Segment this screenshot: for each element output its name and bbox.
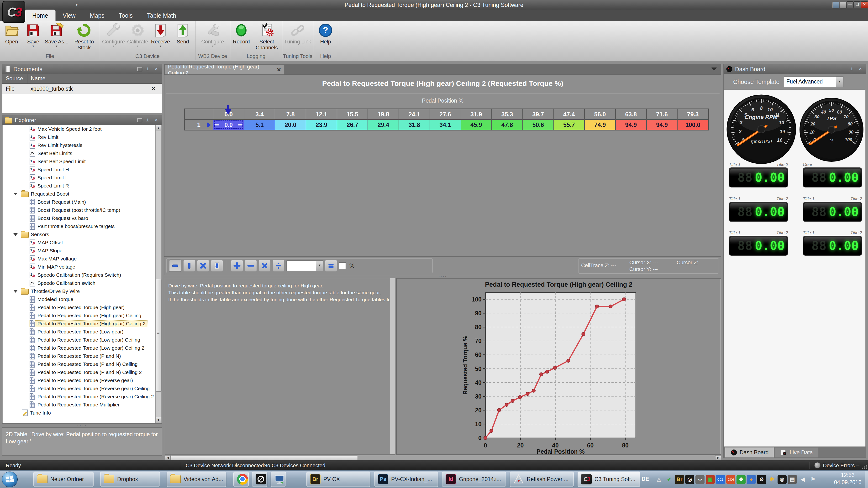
- receive-button[interactable]: Receive▾: [151, 23, 170, 47]
- table-cell[interactable]: 94.9: [616, 120, 647, 130]
- tree-item[interactable]: 1.0MAP Slope: [3, 247, 157, 255]
- document-row[interactable]: File xp1000_turbo.stk ✕: [2, 84, 162, 94]
- tray-creative-cloud-icon[interactable]: ∞: [695, 475, 705, 484]
- tree-item[interactable]: 1.0Max Vehicle Speed for 2 foot: [3, 125, 157, 133]
- table-cell[interactable]: 26.7: [337, 120, 368, 130]
- scroll-down-icon[interactable]: ▼: [156, 417, 161, 423]
- remove-document-icon[interactable]: ✕: [151, 85, 162, 93]
- tab-list-dropdown-icon[interactable]: [711, 67, 717, 71]
- tree-item[interactable]: Pedal to Requested Torque (Low gear) Cei…: [3, 344, 157, 352]
- tray-network-icon[interactable]: ▤: [788, 475, 797, 484]
- table-cell[interactable]: 29.4: [368, 120, 399, 130]
- tray-updates-icon[interactable]: ❖: [737, 475, 746, 484]
- table-cell[interactable]: 55.7: [554, 120, 585, 130]
- tree-item[interactable]: 1.0Speed Limit L: [3, 174, 157, 182]
- tree-item[interactable]: Pedal to Requested Torque (Reverse gear): [3, 377, 157, 385]
- tree-item[interactable]: Pedal to Requested Torque (High gear) Ce…: [3, 320, 157, 328]
- table-cell[interactable]: 45.9: [461, 120, 492, 130]
- tree-item[interactable]: Pedal to Requested Torque (Reverse gear)…: [3, 385, 157, 393]
- pin-panel-icon[interactable]: ⊥: [849, 66, 855, 72]
- tree-item[interactable]: Pedal to Requested Torque (High gear) Ce…: [3, 312, 157, 320]
- titlebar-shortcut-icon[interactable]: [832, 2, 839, 8]
- subtract-button[interactable]: [245, 260, 257, 272]
- tree-item[interactable]: 1.0Seat Belt Speed Limit: [3, 157, 157, 165]
- value-combobox[interactable]: ▼: [286, 260, 323, 271]
- close-button[interactable]: ✕: [861, 1, 868, 8]
- row-header-cell[interactable]: 1: [184, 120, 213, 130]
- chevron-down-icon[interactable]: [13, 193, 18, 195]
- show-desktop-button[interactable]: [865, 470, 868, 488]
- taskbar-neuer-ordner[interactable]: Neuer Ordner: [33, 471, 94, 487]
- tray-usb-safe-icon[interactable]: ✔: [665, 475, 674, 484]
- chevron-down-icon[interactable]: ▼: [836, 76, 843, 87]
- tree-item[interactable]: Requested Boost: [3, 190, 157, 198]
- tree-item[interactable]: Pedal to Requested Torque Multiplier: [3, 401, 157, 409]
- save-button[interactable]: Save▾: [23, 23, 43, 47]
- document-tab[interactable]: Pedal to Requested Torque (High gear) Ce…: [165, 65, 284, 75]
- menu-tab-home[interactable]: Home: [25, 9, 56, 21]
- row-mode-button[interactable]: [169, 260, 181, 272]
- float-panel-icon[interactable]: [137, 118, 142, 122]
- table-cell[interactable]: 74.9: [585, 120, 616, 130]
- titlebar-shortcut-icon[interactable]: [840, 2, 846, 8]
- scroll-up-icon[interactable]: ▲: [156, 125, 161, 131]
- tray-bridge-icon[interactable]: Br: [675, 475, 684, 484]
- column-header-cell[interactable]: 15.5: [337, 109, 368, 120]
- tree-item[interactable]: 1.0Speed Limit R: [3, 182, 157, 190]
- menu-tab-tools[interactable]: Tools: [112, 10, 140, 21]
- tray-cc3-icon[interactable]: CC3: [716, 475, 725, 484]
- help-button[interactable]: ?Help: [315, 23, 336, 44]
- pin-panel-icon[interactable]: ⊥: [145, 117, 151, 123]
- dashboard-tab-live-data[interactable]: Live Data: [775, 447, 818, 457]
- divide-button[interactable]: [273, 260, 284, 272]
- tree-item[interactable]: Pedal to Requested Torque (Low gear) Cei…: [3, 336, 157, 344]
- tree-item[interactable]: Pedal to Requested Torque (P and N): [3, 352, 157, 360]
- tree-item[interactable]: Pedal to Requested Torque (P and N) Ceil…: [3, 360, 157, 368]
- taskbar-remote-pc[interactable]: [271, 471, 286, 487]
- tree-item[interactable]: 1.0Max MAP voltage: [3, 255, 157, 263]
- panel-splitter[interactable]: ····: [164, 275, 721, 278]
- taskbar-media-app[interactable]: [252, 471, 267, 487]
- tree-item[interactable]: Speedo Calibration switch: [3, 279, 157, 287]
- scroll-right-icon[interactable]: ▶: [715, 455, 721, 460]
- table-cell[interactable]: 23.9: [306, 120, 337, 130]
- taskbar-chrome[interactable]: [234, 471, 249, 487]
- tray-alarm-icon[interactable]: ◉: [778, 475, 786, 484]
- table-cell[interactable]: 100.0: [677, 120, 708, 130]
- minimize-button[interactable]: —: [846, 1, 854, 8]
- menu-tab-view[interactable]: View: [56, 10, 83, 21]
- reset-to-stock-button[interactable]: Reset to Stock: [70, 23, 98, 51]
- close-panel-icon[interactable]: ✕: [153, 117, 159, 123]
- taskbar-indesign[interactable]: IdGripone_2014.i...: [442, 471, 506, 487]
- tray-player-icon[interactable]: ◎: [685, 475, 694, 484]
- tree-item[interactable]: 1.0Rev Limit hysteresis: [3, 141, 157, 149]
- panel-splitter[interactable]: ····: [2, 424, 162, 427]
- explorer-scrollbar[interactable]: ▲ ▼: [155, 125, 161, 423]
- record-button[interactable]: Record: [231, 23, 251, 44]
- dashboard-tab-dash-board[interactable]: Dash Board: [725, 447, 774, 457]
- tree-item[interactable]: Boost Request (Main): [3, 198, 157, 206]
- tray-bee-icon[interactable]: ✱: [767, 475, 776, 484]
- tray-java-icon[interactable]: ●: [747, 475, 756, 484]
- select-channels-button[interactable]: Select Channels: [253, 23, 281, 51]
- column-header-cell[interactable]: 3.4: [244, 109, 275, 120]
- tree-item[interactable]: Pedal to Requested Torque (Reverse gear)…: [3, 393, 157, 401]
- horizontal-scrollbar[interactable]: ◀ ▶: [165, 455, 721, 460]
- tree-item[interactable]: Throttle/Drive By Wire: [3, 287, 157, 295]
- column-header-cell[interactable]: 71.6: [647, 109, 678, 120]
- paste-down-button[interactable]: [211, 260, 223, 272]
- scrollbar-thumb[interactable]: [156, 279, 162, 392]
- tree-item[interactable]: 1.0Speed Limit H: [3, 165, 157, 174]
- table-cell[interactable]: 31.8: [399, 120, 430, 130]
- tree-item[interactable]: 1.0Min MAP voltage: [3, 263, 157, 271]
- start-button[interactable]: [2, 471, 18, 487]
- chevron-down-icon[interactable]: [13, 233, 18, 236]
- add-button[interactable]: [231, 260, 243, 272]
- resize-grip-icon[interactable]: [861, 463, 868, 469]
- menu-tab-maps[interactable]: Maps: [83, 10, 112, 21]
- save-as--button[interactable]: Save As...▾: [45, 23, 68, 47]
- column-header-cell[interactable]: 79.3: [677, 109, 708, 120]
- column-header-cell[interactable]: 7.8: [275, 109, 306, 120]
- scrollbar-thumb[interactable]: [171, 456, 358, 460]
- taskbar-clock[interactable]: 12:53 04.09.2016: [830, 471, 865, 487]
